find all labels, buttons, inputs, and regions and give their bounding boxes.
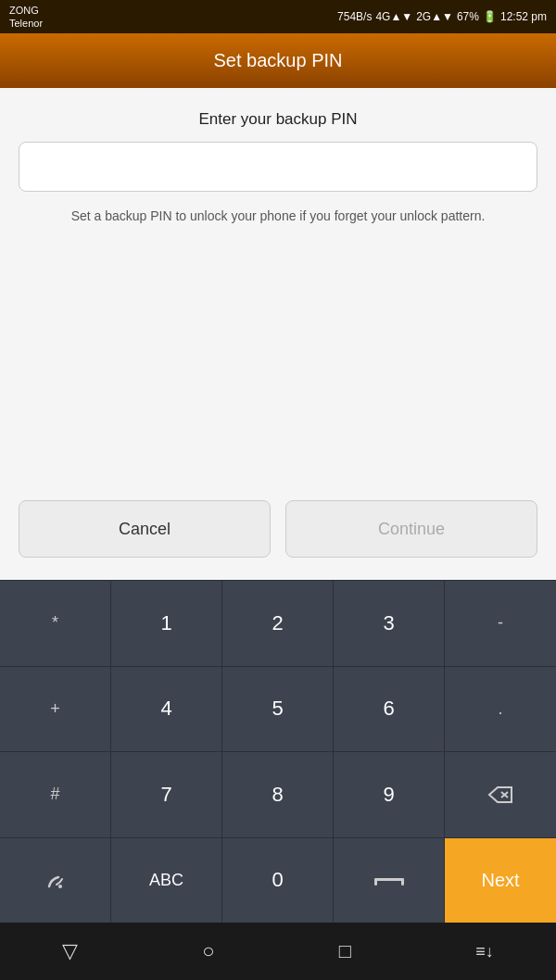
key-plus[interactable]: + bbox=[0, 667, 111, 752]
key-7[interactable]: 7 bbox=[111, 752, 222, 837]
key-abc[interactable]: ABC bbox=[111, 838, 222, 923]
key-backspace[interactable] bbox=[445, 752, 556, 837]
cancel-button[interactable]: Cancel bbox=[19, 500, 271, 558]
battery-icon: 🔋 bbox=[483, 10, 497, 23]
key-hash[interactable]: # bbox=[0, 752, 111, 837]
key-minus[interactable]: - bbox=[445, 581, 556, 666]
time-display: 12:52 pm bbox=[500, 10, 547, 23]
spacer bbox=[19, 245, 537, 500]
page-header: Set backup PIN bbox=[0, 33, 556, 88]
key-asterisk[interactable]: * bbox=[0, 581, 111, 666]
key-1[interactable]: 1 bbox=[111, 581, 222, 666]
carrier1-label: ZONG bbox=[9, 4, 43, 17]
key-5[interactable]: 5 bbox=[222, 667, 334, 752]
svg-rect-4 bbox=[374, 878, 377, 886]
prompt-label: Enter your backup PIN bbox=[19, 110, 537, 129]
next-button[interactable]: Next bbox=[445, 838, 556, 923]
keyboard: * 1 2 3 - + 4 5 6 . # 7 8 9 bbox=[0, 580, 556, 923]
key-4[interactable]: 4 bbox=[111, 667, 222, 752]
svg-rect-5 bbox=[401, 878, 404, 886]
svg-rect-3 bbox=[374, 878, 404, 881]
key-space[interactable] bbox=[334, 838, 445, 923]
key-2[interactable]: 2 bbox=[222, 581, 334, 666]
buttons-row: Cancel Continue bbox=[19, 500, 537, 558]
continue-button[interactable]: Continue bbox=[285, 500, 537, 558]
network1-icon: 4G▲▼ bbox=[375, 10, 412, 23]
page-title: Set backup PIN bbox=[214, 50, 343, 70]
key-row-2: + 4 5 6 . bbox=[0, 666, 556, 752]
key-3[interactable]: 3 bbox=[334, 581, 445, 666]
key-0[interactable]: 0 bbox=[222, 838, 334, 923]
key-8[interactable]: 8 bbox=[222, 752, 334, 837]
pin-input-wrapper[interactable] bbox=[19, 142, 537, 192]
main-content: Enter your backup PIN Set a backup PIN t… bbox=[0, 88, 556, 580]
carrier2-label: Telenor bbox=[9, 17, 43, 30]
status-right-info: 754B/s 4G▲▼ 2G▲▼ 67% 🔋 12:52 pm bbox=[337, 10, 547, 23]
carrier-info: ZONG Telenor bbox=[9, 4, 43, 31]
battery-level: 67% bbox=[457, 10, 479, 23]
recents-button[interactable]: □ bbox=[339, 939, 351, 963]
key-9[interactable]: 9 bbox=[334, 752, 445, 837]
pin-input[interactable] bbox=[34, 157, 522, 177]
svg-point-2 bbox=[58, 885, 62, 888]
network2-icon: 2G▲▼ bbox=[416, 10, 453, 23]
key-6[interactable]: 6 bbox=[334, 667, 445, 752]
key-period[interactable]: . bbox=[445, 667, 556, 752]
key-row-1: * 1 2 3 - bbox=[0, 580, 556, 666]
key-symbol[interactable] bbox=[0, 838, 111, 923]
menu-button[interactable]: ≡↓ bbox=[475, 942, 494, 961]
status-bar: ZONG Telenor 754B/s 4G▲▼ 2G▲▼ 67% 🔋 12:5… bbox=[0, 0, 556, 33]
helper-text: Set a backup PIN to unlock your phone if… bbox=[19, 207, 537, 226]
back-button[interactable]: ▽ bbox=[62, 939, 78, 963]
key-row-4: ABC 0 Next bbox=[0, 837, 556, 923]
key-row-3: # 7 8 9 bbox=[0, 751, 556, 837]
nav-bar: ▽ ○ □ ≡↓ bbox=[0, 923, 556, 980]
home-button[interactable]: ○ bbox=[202, 939, 214, 963]
network-speed: 754B/s bbox=[337, 10, 372, 23]
